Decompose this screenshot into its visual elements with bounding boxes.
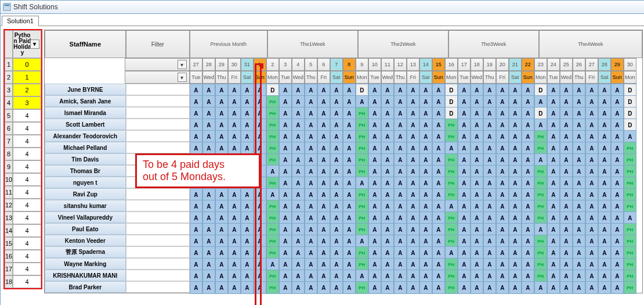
shift-cell[interactable]: A: [496, 211, 509, 224]
chevron-down-icon[interactable]: ▾: [30, 40, 39, 49]
shift-cell[interactable]: A: [381, 153, 394, 166]
shift-cell[interactable]: D: [445, 95, 458, 108]
shift-cell[interactable]: A: [215, 246, 228, 259]
shift-cell[interactable]: A: [202, 84, 215, 96]
shift-cell[interactable]: A: [241, 200, 254, 213]
shift-cell[interactable]: A: [381, 188, 394, 201]
shift-cell[interactable]: A: [458, 165, 471, 178]
shift-cell[interactable]: A: [611, 200, 624, 213]
python-paid-holiday-value[interactable]: 4: [13, 211, 41, 224]
shift-cell[interactable]: A: [585, 119, 598, 131]
filter-cell[interactable]: [126, 119, 190, 130]
shift-cell[interactable]: A: [381, 246, 394, 259]
shift-cell[interactable]: A: [483, 119, 496, 131]
shift-cell[interactable]: A: [190, 211, 202, 224]
shift-cell[interactable]: PH: [445, 223, 458, 236]
shift-cell[interactable]: A: [432, 130, 445, 143]
day-name-Thu[interactable]: Thu: [305, 71, 317, 84]
shift-cell[interactable]: A: [585, 142, 598, 155]
shift-cell[interactable]: A: [202, 246, 215, 259]
shift-cell[interactable]: A: [215, 107, 228, 120]
shift-cell[interactable]: A: [560, 119, 573, 131]
shift-cell[interactable]: A: [330, 142, 343, 155]
shift-cell[interactable]: A: [317, 223, 330, 236]
shift-cell[interactable]: A: [509, 281, 522, 294]
shift-cell[interactable]: A: [330, 95, 343, 108]
shift-cell[interactable]: A: [471, 119, 483, 131]
shift-cell[interactable]: A: [585, 107, 598, 120]
day-num-7[interactable]: 7: [330, 58, 343, 71]
shift-cell[interactable]: A: [432, 165, 445, 178]
python-paid-holiday-value[interactable]: 4: [13, 148, 41, 160]
shift-cell[interactable]: A: [330, 177, 343, 189]
shift-cell[interactable]: PH: [534, 235, 547, 247]
shift-cell[interactable]: A: [547, 200, 560, 213]
day-name-Fri[interactable]: Fri: [585, 71, 598, 84]
shift-cell[interactable]: A: [368, 246, 381, 259]
shift-cell[interactable]: A: [292, 119, 305, 131]
shift-cell[interactable]: A: [292, 200, 305, 213]
shift-cell[interactable]: A: [585, 235, 598, 247]
shift-cell[interactable]: A: [534, 281, 547, 294]
shift-cell[interactable]: A: [573, 119, 585, 131]
shift-cell[interactable]: A: [254, 107, 266, 120]
shift-cell[interactable]: A: [292, 211, 305, 224]
row-index[interactable]: 18: [5, 275, 13, 288]
shift-cell[interactable]: A: [522, 211, 534, 224]
shift-cell[interactable]: A: [419, 142, 432, 155]
shift-cell[interactable]: PH: [356, 142, 368, 155]
shift-cell[interactable]: A: [305, 235, 317, 247]
shift-row[interactable]: Paul EatoAAAAAAPHAAAAAAPHAAAAAAPHAAAAAAA…: [45, 223, 642, 235]
shift-cell[interactable]: PH: [356, 107, 368, 120]
shift-cell[interactable]: PH: [356, 223, 368, 236]
shift-cell[interactable]: A: [343, 84, 356, 96]
shift-cell[interactable]: A: [496, 281, 509, 294]
python-paid-holiday-value[interactable]: 4: [13, 275, 41, 288]
shift-cell[interactable]: A: [292, 130, 305, 143]
shift-cell[interactable]: A: [483, 107, 496, 120]
day-name-Mon[interactable]: Mon: [356, 71, 368, 84]
shift-cell[interactable]: A: [317, 188, 330, 201]
shift-cell[interactable]: A: [522, 153, 534, 166]
shift-cell[interactable]: A: [573, 130, 585, 143]
shift-cell[interactable]: A: [407, 130, 419, 143]
day-name-Fri[interactable]: Fri: [317, 71, 330, 84]
shift-cell[interactable]: A: [547, 95, 560, 108]
shift-cell[interactable]: A: [471, 200, 483, 213]
shift-cell[interactable]: PH: [445, 119, 458, 131]
shift-cell[interactable]: A: [432, 188, 445, 201]
shift-cell[interactable]: A: [522, 177, 534, 189]
shift-cell[interactable]: A: [419, 130, 432, 143]
shift-cell[interactable]: A: [343, 177, 356, 189]
staff-name-cell[interactable]: Scott Lambert: [45, 119, 126, 130]
shift-cell[interactable]: A: [483, 130, 496, 143]
shift-cell[interactable]: A: [202, 281, 215, 294]
shift-cell[interactable]: A: [547, 235, 560, 247]
shift-cell[interactable]: A: [547, 246, 560, 259]
shift-cell[interactable]: A: [407, 165, 419, 178]
shift-cell[interactable]: A: [522, 130, 534, 143]
shift-cell[interactable]: A: [496, 165, 509, 178]
row-index[interactable]: 8: [5, 148, 13, 160]
shift-cell[interactable]: A: [356, 177, 368, 189]
shift-cell[interactable]: A: [317, 107, 330, 120]
shift-cell[interactable]: A: [317, 258, 330, 271]
shift-cell[interactable]: A: [419, 177, 432, 189]
shift-cell[interactable]: A: [496, 200, 509, 213]
shift-cell[interactable]: A: [598, 119, 611, 131]
shift-cell[interactable]: A: [407, 270, 419, 282]
shift-cell[interactable]: A: [471, 142, 483, 155]
day-name-Tue[interactable]: Tue: [547, 71, 560, 84]
filter-cell[interactable]: [126, 235, 190, 246]
shift-cell[interactable]: A: [330, 165, 343, 178]
shift-cell[interactable]: A: [509, 84, 522, 96]
shift-cell[interactable]: A: [573, 153, 585, 166]
shift-cell[interactable]: D: [534, 107, 547, 120]
shift-cell[interactable]: A: [330, 188, 343, 201]
shift-cell[interactable]: A: [343, 188, 356, 201]
shift-cell[interactable]: PH: [356, 130, 368, 143]
shift-cell[interactable]: A: [215, 258, 228, 271]
staff-name-cell[interactable]: Michael Pelland: [45, 142, 126, 153]
shift-cell[interactable]: A: [432, 95, 445, 108]
shift-cell[interactable]: A: [585, 84, 598, 96]
